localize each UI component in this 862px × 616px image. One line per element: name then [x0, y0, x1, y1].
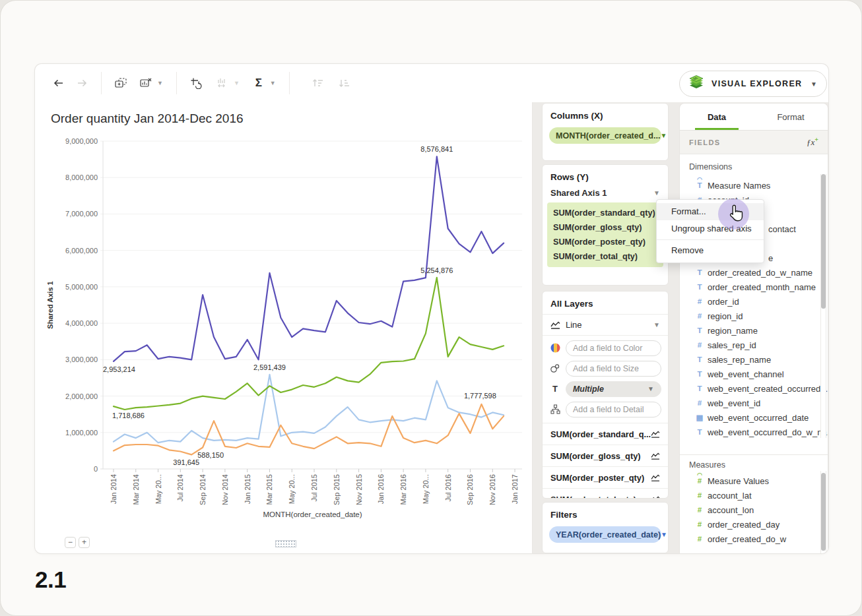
shared-axis-dropdown[interactable]: Shared Axis 1 ▼	[543, 182, 668, 202]
data-point-label: 391,645	[173, 458, 199, 466]
chart-type-dropdown[interactable]: Line ▼	[543, 314, 668, 336]
measure-field-row[interactable]: # account_lat	[680, 488, 828, 503]
dimension-field-row[interactable]: # sales_rep_id	[680, 338, 828, 352]
layer-row[interactable]: SUM(order_poster_qty)	[543, 467, 668, 489]
menu-item-ungroup-shared-axis[interactable]: Ungroup shared axis	[657, 220, 764, 237]
resize-drag-handle[interactable]	[275, 540, 296, 547]
data-point-label: 8,576,841	[420, 145, 453, 153]
rows-field-pill[interactable]: SUM(order_total_qty)	[547, 249, 663, 264]
measure-field-row[interactable]: # order_created_do_w	[680, 532, 828, 546]
chevron-down-icon[interactable]: ▼	[157, 80, 163, 86]
chevron-down-icon[interactable]: ▼	[234, 80, 240, 86]
filter-field-pill[interactable]: YEAR(order_created_date) ▼	[549, 526, 661, 543]
series-line-SUM(order_standard_qty)[interactable]	[114, 278, 504, 410]
line-chart-icon	[651, 474, 660, 481]
field-type-icon: T	[694, 385, 705, 392]
y-tick-label: 7,000,000	[65, 210, 98, 218]
field-type-icon: T	[694, 370, 705, 378]
y-tick-label: 4,000,000	[65, 319, 98, 327]
x-axis-title: MONTH(order_created_date)	[263, 510, 362, 518]
back-arrow-icon[interactable]	[48, 73, 68, 93]
chevron-down-icon[interactable]: ▼	[647, 385, 654, 392]
columns-field-pill[interactable]: MONTH(order_created_d... ▼	[549, 127, 661, 144]
layer-row[interactable]: SUM(order_total_qty)	[543, 489, 668, 499]
rows-field-pill[interactable]: SUM(order_standard_qty)	[547, 206, 663, 220]
x-tick-label: May 20...	[288, 474, 296, 504]
data-point-label: 2,953,214	[103, 365, 135, 373]
all-layers-title: All Layers	[543, 292, 668, 309]
size-encoding-row: Add a field to Size	[549, 360, 661, 377]
size-field-dropzone[interactable]: Add a field to Size	[566, 361, 661, 377]
dimension-field-row[interactable]: T region_name	[680, 323, 828, 338]
detail-icon	[549, 404, 561, 414]
x-tick-label: May 20...	[422, 474, 430, 504]
dimension-field-row[interactable]: T Measure Names	[680, 178, 828, 193]
chevron-down-icon[interactable]: ▼	[653, 321, 660, 328]
swap-axes-icon[interactable]	[186, 73, 206, 93]
menu-item-remove[interactable]: Remove	[657, 242, 764, 259]
bar-size-icon[interactable]	[213, 73, 232, 93]
tab-format[interactable]: Format	[754, 104, 828, 130]
rows-field-pill[interactable]: SUM(order_gloss_qty)	[547, 220, 663, 235]
dimension-field-row[interactable]: T order_created_month_name	[680, 280, 828, 294]
sort-ascending-icon[interactable]	[308, 73, 328, 93]
field-label: account_lat	[708, 491, 752, 501]
scrollbar-thumb[interactable]	[821, 473, 826, 551]
field-label: region_name	[708, 326, 758, 336]
y-axis-title: Shared Axis 1	[46, 281, 54, 328]
dimension-field-row[interactable]: T sales_rep_name	[680, 352, 828, 367]
field-label: web_event_occurred_do_w_na...	[708, 427, 828, 437]
add-formula-icon[interactable]: ƒx+	[807, 136, 818, 148]
dimension-field-row[interactable]: T web_event_channel	[680, 367, 828, 381]
field-type-icon: #	[694, 297, 705, 305]
aggregate-sigma-icon[interactable]: Σ	[249, 73, 269, 93]
forward-arrow-icon[interactable]	[72, 73, 92, 93]
rows-field-pill[interactable]: SUM(order_poster_qty)	[547, 235, 663, 249]
field-label: sales_rep_id	[708, 340, 756, 350]
explorer-button-label: VISUAL EXPLORER	[712, 79, 802, 88]
tab-data[interactable]: Data	[680, 104, 754, 130]
chevron-down-icon[interactable]: ▼	[270, 80, 276, 86]
field-type-icon: #	[694, 506, 705, 514]
zoom-out-button[interactable]: −	[65, 537, 76, 548]
measure-field-row[interactable]: # Measure Values	[680, 474, 828, 488]
field-label: Measure Names	[708, 181, 770, 191]
field-label: web_event_created_occurred...	[708, 384, 828, 394]
chevron-down-icon[interactable]: ▼	[661, 531, 667, 538]
dimensions-scrollbar[interactable]	[820, 174, 826, 438]
sort-descending-icon[interactable]	[335, 73, 354, 93]
field-label: order_id	[708, 297, 739, 307]
line-chart[interactable]: 01,000,0002,000,0003,000,0004,000,0005,0…	[35, 102, 533, 553]
dimension-field-row[interactable]: T web_event_occurred_do_w_na...	[680, 425, 828, 439]
measure-field-row[interactable]: # order_created_day	[680, 517, 828, 532]
dimension-field-row[interactable]: # order_id	[680, 294, 828, 309]
duplicate-chart-icon[interactable]	[111, 73, 131, 93]
dimension-field-row[interactable]: # web_event_id	[680, 396, 828, 410]
chevron-down-icon[interactable]: ▼	[660, 132, 667, 139]
chevron-down-icon[interactable]: ▼	[653, 189, 660, 197]
dimension-field-row[interactable]: T web_event_created_occurred...	[680, 381, 828, 396]
field-label: e	[768, 253, 773, 263]
remove-chart-icon[interactable]	[136, 73, 156, 93]
text-icon: T	[549, 384, 561, 394]
detail-field-dropzone[interactable]: Add a field to Detail	[566, 402, 661, 417]
dimension-field-row[interactable]: ▦ web_event_occurred_date	[680, 410, 828, 425]
data-point-label: 588,150	[197, 451, 224, 459]
visual-explorer-button[interactable]: VISUAL EXPLORER ▼	[679, 71, 827, 97]
color-field-dropzone[interactable]: Add a field to Color	[566, 340, 661, 356]
measure-field-row[interactable]: # account_lon	[680, 503, 828, 517]
field-type-icon: T	[694, 283, 705, 291]
screenshot-frame: ▼ ▼ Σ ▼	[0, 0, 862, 616]
measures-scrollbar[interactable]	[820, 471, 826, 553]
color-icon	[549, 343, 561, 353]
dimension-field-row[interactable]: T order_created_do_w_name	[680, 265, 828, 280]
scrollbar-thumb[interactable]	[821, 174, 826, 309]
layer-row[interactable]: SUM(order_gloss_qty)	[543, 445, 668, 467]
series-line-SUM(order_total_qty)[interactable]	[114, 156, 504, 361]
zoom-in-button[interactable]: +	[79, 537, 90, 548]
field-type-icon: T	[694, 428, 705, 436]
series-line-SUM(order_poster_qty)[interactable]	[114, 404, 504, 455]
text-field-dropdown[interactable]: Multiple ▼	[566, 381, 661, 397]
layer-row[interactable]: SUM(order_standard_q...	[543, 423, 668, 445]
dimension-field-row[interactable]: # region_id	[680, 309, 828, 323]
